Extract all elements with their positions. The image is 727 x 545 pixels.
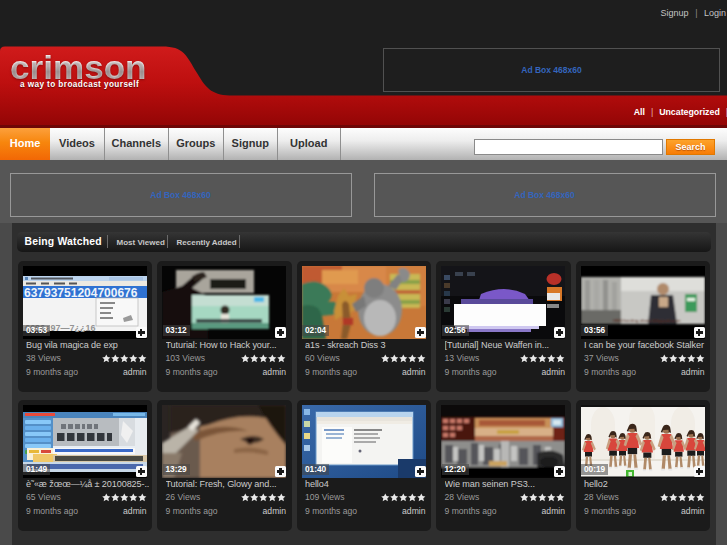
svg-text:63793751204700676: 63793751204700676 [24, 285, 138, 299]
svg-text:HM3-hosting-chaos.blogspot.com: HM3-hosting-chaos.blogspot.com [613, 318, 681, 323]
